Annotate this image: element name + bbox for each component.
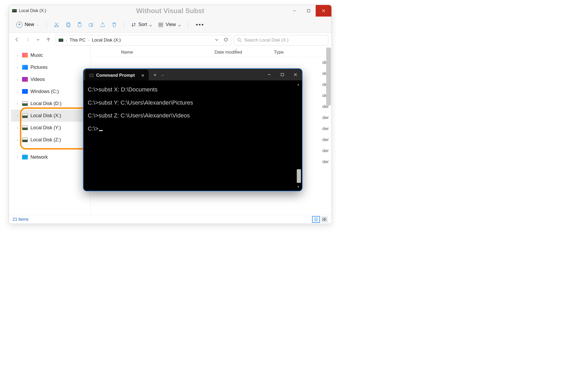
separator bbox=[124, 21, 124, 29]
sidebar-item-label: Music bbox=[30, 53, 43, 58]
sidebar-item-videos[interactable]: ›Videos bbox=[11, 73, 88, 85]
music-icon bbox=[22, 53, 28, 58]
recent-dropdown[interactable] bbox=[36, 38, 40, 43]
tab-close-button[interactable]: ✕ bbox=[141, 73, 144, 78]
delete-button[interactable] bbox=[109, 20, 119, 30]
sidebar-item-label: Pictures bbox=[30, 65, 48, 70]
command-prompt-window: Command Prompt ✕ ＋ ⌄ C:\>subst X: D:\Doc… bbox=[84, 69, 302, 191]
terminal-line: C:\>subst Y: C:\Users\Alexander\Pictures bbox=[88, 99, 298, 107]
svg-line-19 bbox=[240, 41, 241, 42]
toolbar: + New ⌵ Sort ⌵ View ⌵ ••• bbox=[9, 17, 331, 33]
pictures-icon bbox=[22, 65, 28, 70]
item-count: 21 items bbox=[13, 217, 28, 222]
chevron-down-icon: ⌵ bbox=[178, 22, 181, 28]
view-label: View bbox=[166, 22, 176, 27]
sidebar-item-music[interactable]: ›Music bbox=[11, 49, 88, 61]
search-input[interactable] bbox=[244, 38, 325, 43]
more-button[interactable]: ••• bbox=[193, 21, 207, 28]
new-button[interactable]: + New ⌵ bbox=[13, 20, 42, 29]
sidebar-item-local-x[interactable]: ›Local Disk (X:) bbox=[11, 110, 88, 122]
cmd-tab[interactable]: Command Prompt ✕ bbox=[85, 70, 149, 81]
sidebar-item-local-z[interactable]: ›Local Disk (Z:) bbox=[11, 134, 88, 146]
new-label: New bbox=[25, 22, 34, 27]
new-tab-button[interactable]: ＋ bbox=[149, 71, 161, 78]
scroll-up-icon[interactable]: ▲ bbox=[297, 82, 300, 86]
sort-button[interactable]: Sort ⌵ bbox=[129, 20, 154, 29]
vertical-scrollbar[interactable] bbox=[326, 48, 331, 105]
column-headers: Name Date modified Type bbox=[91, 48, 331, 57]
chevron-right-icon: › bbox=[16, 102, 19, 106]
refresh-button[interactable] bbox=[223, 37, 228, 43]
chevron-right-icon: › bbox=[16, 155, 19, 159]
cmd-close-button[interactable] bbox=[289, 69, 302, 80]
svg-rect-9 bbox=[67, 23, 70, 27]
sidebar-item-label: Local Disk (Z:) bbox=[30, 137, 61, 143]
search-box[interactable] bbox=[234, 35, 328, 45]
chevron-right-icon: › bbox=[16, 90, 19, 94]
svg-rect-25 bbox=[322, 220, 324, 221]
scroll-thumb[interactable] bbox=[297, 169, 301, 183]
sidebar-item-label: Local Disk (X:) bbox=[30, 113, 61, 118]
terminal-output[interactable]: C:\>subst X: D:\Documents C:\>subst Y: C… bbox=[84, 80, 302, 191]
sidebar-item-network[interactable]: ›Network bbox=[11, 151, 88, 163]
paste-button[interactable] bbox=[75, 20, 85, 30]
back-button[interactable] bbox=[14, 37, 19, 43]
dropdown-button[interactable] bbox=[215, 38, 219, 43]
svg-rect-26 bbox=[325, 220, 326, 221]
search-icon bbox=[237, 38, 242, 43]
minimize-button[interactable] bbox=[287, 5, 301, 17]
sidebar-item-label: Local Disk (D:) bbox=[30, 101, 61, 106]
cut-button[interactable] bbox=[51, 20, 61, 30]
tab-dropdown-button[interactable]: ⌄ bbox=[161, 73, 164, 77]
cmd-scrollbar[interactable]: ▲ ▼ bbox=[297, 80, 301, 191]
cmd-minimize-button[interactable] bbox=[263, 69, 276, 80]
sidebar-item-pictures[interactable]: ›Pictures bbox=[11, 61, 88, 73]
titlebar: Local Disk (X:) Without Visual Subst bbox=[9, 5, 331, 17]
sidebar-item-local-d[interactable]: ›Local Disk (D:) bbox=[11, 97, 88, 110]
drive-icon bbox=[22, 101, 28, 106]
column-type[interactable]: Type bbox=[274, 50, 284, 55]
drive-icon bbox=[22, 125, 28, 130]
breadcrumb-drive[interactable]: Local Disk (X:) bbox=[92, 38, 121, 43]
sidebar-item-label: Local Disk (Y:) bbox=[30, 125, 61, 131]
network-icon bbox=[22, 155, 28, 159]
svg-point-5 bbox=[57, 25, 59, 27]
sidebar-item-windows-c[interactable]: ›Windows (C:) bbox=[11, 85, 88, 97]
svg-line-6 bbox=[55, 23, 58, 25]
close-button[interactable] bbox=[316, 5, 331, 17]
forward-button[interactable] bbox=[25, 37, 30, 43]
share-button[interactable] bbox=[98, 20, 108, 30]
up-button[interactable] bbox=[46, 37, 51, 43]
copy-button[interactable] bbox=[63, 20, 73, 30]
windows-drive-icon bbox=[22, 89, 28, 94]
thumbnails-view-toggle[interactable] bbox=[321, 216, 328, 222]
rename-button[interactable] bbox=[86, 20, 96, 30]
svg-rect-8 bbox=[66, 23, 69, 26]
table-row[interactable]: der bbox=[91, 57, 331, 68]
scroll-down-icon[interactable]: ▼ bbox=[297, 185, 300, 189]
separator bbox=[188, 21, 188, 29]
chevron-right-icon: › bbox=[16, 114, 19, 118]
chevron-right-icon: › bbox=[88, 38, 89, 42]
breadcrumb-this-pc[interactable]: This PC bbox=[70, 38, 85, 43]
svg-rect-24 bbox=[325, 218, 326, 219]
sort-label: Sort bbox=[138, 22, 147, 27]
column-date[interactable]: Date modified bbox=[215, 50, 264, 55]
drive-icon bbox=[59, 39, 63, 42]
maximize-button[interactable] bbox=[301, 5, 316, 17]
plus-icon: + bbox=[16, 22, 23, 28]
column-name[interactable]: Name bbox=[121, 50, 205, 55]
svg-rect-28 bbox=[281, 73, 284, 76]
sort-icon bbox=[131, 22, 136, 27]
svg-point-18 bbox=[238, 38, 240, 41]
svg-rect-23 bbox=[322, 218, 324, 219]
sidebar-item-local-y[interactable]: ›Local Disk (Y:) bbox=[11, 122, 88, 134]
sidebar-item-label: Windows (C:) bbox=[30, 89, 59, 94]
chevron-right-icon: › bbox=[16, 138, 19, 142]
details-view-toggle[interactable] bbox=[313, 216, 319, 222]
address-bar[interactable]: › This PC › Local Disk (X:) bbox=[56, 35, 231, 45]
cmd-maximize-button[interactable] bbox=[276, 69, 289, 80]
svg-point-4 bbox=[54, 25, 56, 27]
view-button[interactable]: View ⌵ bbox=[156, 20, 183, 29]
cursor bbox=[99, 130, 103, 131]
